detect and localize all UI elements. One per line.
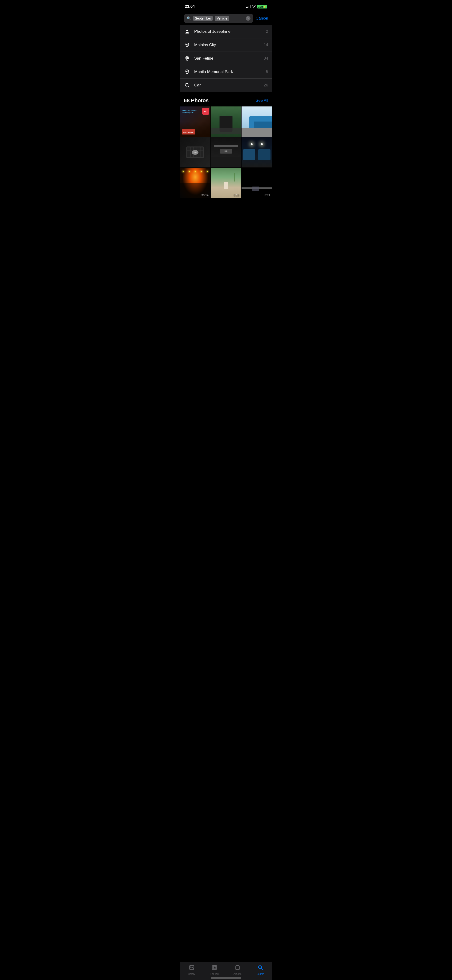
search-clear-button[interactable]: ✕ xyxy=(246,16,251,21)
photos-header: 68 Photos See All xyxy=(180,94,272,107)
for-you-icon xyxy=(212,965,217,972)
suggestion-count: 5 xyxy=(266,70,268,74)
location-icon xyxy=(184,42,190,48)
photo-cell-1[interactable]: MG EVveryday ElectricEVveryday MG BRIT D… xyxy=(180,107,211,137)
svg-point-7 xyxy=(190,966,191,967)
search-icon: 🔍 xyxy=(187,16,191,21)
library-icon xyxy=(189,965,195,972)
svg-line-14 xyxy=(261,969,263,970)
location-icon xyxy=(184,55,190,62)
person-icon xyxy=(184,28,190,35)
svg-rect-8 xyxy=(213,966,217,970)
photo-cell-5[interactable]: MG xyxy=(211,137,241,168)
svg-rect-9 xyxy=(213,966,214,967)
photo-cell-9[interactable]: 0:09 xyxy=(241,168,272,198)
section-divider xyxy=(180,92,272,94)
photo-cell-3[interactable] xyxy=(241,107,272,137)
photo-duration: 30:14 xyxy=(201,194,209,197)
search-bar-container: 🔍 September Vehicle ✕ Cancel xyxy=(180,12,272,25)
svg-point-0 xyxy=(186,30,188,31)
nav-item-search[interactable]: Search xyxy=(249,965,272,975)
nav-label-for-you: For You xyxy=(211,973,219,975)
search-tag-september[interactable]: September xyxy=(193,16,213,21)
svg-point-3 xyxy=(186,71,188,72)
search-bar[interactable]: 🔍 September Vehicle ✕ xyxy=(184,14,253,23)
suggestion-count: 14 xyxy=(264,43,268,47)
home-indicator xyxy=(211,977,241,978)
photo-cell-7[interactable]: 30:14 xyxy=(180,168,211,198)
photo-cell-2[interactable] xyxy=(211,107,241,137)
nav-label-library: Library xyxy=(188,973,195,975)
status-icons: 21%⚡ xyxy=(246,5,267,8)
svg-rect-10 xyxy=(215,966,216,967)
suggestion-label: Malolos City xyxy=(194,43,260,47)
suggestion-list: Photos of Josephine 2 Malolos City 14 Sa… xyxy=(180,25,272,92)
cancel-button[interactable]: Cancel xyxy=(256,16,268,21)
suggestion-item-josephine[interactable]: Photos of Josephine 2 xyxy=(180,25,272,38)
location-icon xyxy=(184,68,190,75)
search-tag-vehicle[interactable]: Vehicle xyxy=(215,16,229,21)
signal-bars-icon xyxy=(246,5,251,8)
nav-label-search: Search xyxy=(257,973,264,975)
suggestion-item-malolos[interactable]: Malolos City 14 xyxy=(180,38,272,52)
suggestion-label: Car xyxy=(194,83,260,88)
suggestion-item-car[interactable]: Car 26 xyxy=(180,79,272,92)
suggestion-item-manila-memorial[interactable]: Manila Memorial Park 5 xyxy=(180,65,272,79)
see-all-button[interactable]: See All xyxy=(256,98,268,103)
svg-rect-11 xyxy=(213,968,214,969)
suggestion-label: San Felipe xyxy=(194,56,260,61)
status-time: 23:04 xyxy=(185,4,195,9)
photo-cell-4[interactable]: MG xyxy=(180,137,211,168)
svg-point-1 xyxy=(186,44,188,45)
nav-label-albums: Albums xyxy=(233,973,241,975)
nav-item-for-you[interactable]: For You xyxy=(203,965,226,975)
svg-point-2 xyxy=(186,57,188,59)
search-nav-icon xyxy=(257,965,263,972)
suggestion-item-san-felipe[interactable]: San Felipe 34 xyxy=(180,52,272,65)
nav-item-library[interactable]: Library xyxy=(180,965,203,975)
photo-cell-6[interactable] xyxy=(241,137,272,168)
photo-duration: 0:16 xyxy=(234,194,239,197)
svg-line-5 xyxy=(188,86,189,88)
svg-rect-12 xyxy=(236,966,239,970)
suggestion-label: Manila Memorial Park xyxy=(194,70,262,74)
photo-duration: 0:09 xyxy=(265,194,270,197)
nav-item-albums[interactable]: Albums xyxy=(226,965,249,975)
battery-icon: 21%⚡ xyxy=(257,5,267,8)
suggestion-count: 34 xyxy=(264,56,268,61)
search-icon xyxy=(184,82,190,89)
photo-grid: MG EVveryday ElectricEVveryday MG BRIT D… xyxy=(180,107,272,198)
suggestion-label: Photos of Josephine xyxy=(194,29,262,34)
photo-cell-8[interactable]: 0:16 xyxy=(211,168,241,198)
suggestion-count: 26 xyxy=(264,83,268,88)
photos-count: 68 Photos xyxy=(184,97,209,103)
svg-point-4 xyxy=(185,83,188,86)
wifi-icon xyxy=(252,5,256,8)
albums-icon xyxy=(235,965,240,972)
status-bar: 23:04 21%⚡ xyxy=(180,0,272,12)
suggestion-count: 2 xyxy=(266,29,268,34)
